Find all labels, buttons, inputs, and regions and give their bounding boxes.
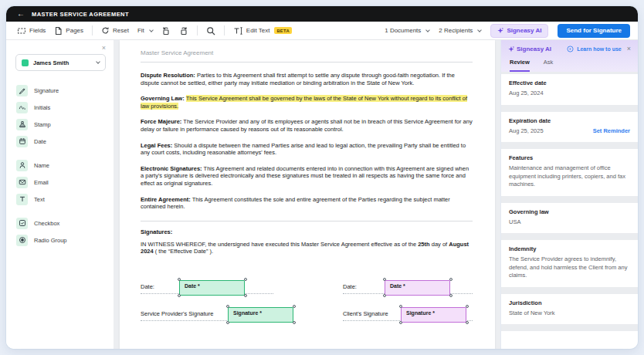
recipient-color-swatch [22,59,29,66]
documents-dropdown[interactable]: 1 Documents [385,27,429,34]
client-date-field[interactable]: Date * [385,280,450,296]
provider-signature-label: Service Provider's Signature [141,310,213,317]
client-signature-field[interactable]: Signature * [401,307,466,323]
witness-paragraph: IN WITNESS WHEREOF, the undersigned have… [141,241,473,255]
resize-handle[interactable] [178,294,181,297]
sparkle-icon [508,46,514,52]
signature-icon [16,85,28,96]
name-icon [16,160,28,171]
set-reminder-link[interactable]: Set Reminder [593,127,630,134]
resize-handle[interactable] [244,294,247,297]
resize-handle[interactable] [293,305,296,308]
paragraph-text: Should a dispute between the named Parti… [141,142,466,157]
fit-dropdown[interactable]: Fit [137,27,153,34]
resize-handle[interactable] [466,321,469,324]
resize-handle[interactable] [399,321,402,324]
rotate-right-icon [179,26,188,36]
paragraph-label: Entire Agreement: [141,196,191,203]
search-button[interactable] [206,26,215,36]
card-expiration-date: Expiration date Aug 25, 2025 Set Reminde… [501,112,638,143]
sidebar-item-text[interactable]: Text [6,191,114,208]
chevron-down-icon [96,59,100,64]
ai-panel-body: Effective date Aug 25, 2024 Expiration d… [501,72,638,349]
paragraph-text: The Service Provider and any of its empl… [141,118,473,133]
document-page: Master Service Agreement Dispute Resolut… [120,40,495,349]
sidebar-item-email[interactable]: Email [6,174,114,191]
resize-handle[interactable] [449,278,452,281]
client-date-row: Date: Date * [343,273,473,294]
recipients-dropdown[interactable]: 2 Recipients [439,27,481,34]
resize-handle[interactable] [383,294,386,297]
ai-panel-close-icon[interactable]: × [627,46,631,52]
card-indemnity: Indemnity The Service Provider agrees to… [501,240,638,287]
resize-handle[interactable] [293,321,296,324]
paragraph-label: Legal Fees: [141,142,172,149]
play-icon [567,46,574,52]
card-effective-date: Effective date Aug 25, 2024 [501,74,638,105]
stamp-icon [16,119,28,130]
date-label: Date: [343,283,357,290]
learn-how-to-use-link[interactable]: Learn how to use [577,46,622,52]
toolbar: Fields Pages Reset Fit [6,22,638,40]
rotate-right-button[interactable] [179,26,188,36]
signeasy-ai-panel: Signeasy AI Learn how to use × Review As… [500,40,638,349]
toolbar-separator [92,25,93,36]
sidebar-item-checkbox[interactable]: Checkbox [6,215,114,232]
divider [141,221,473,221]
pages-button[interactable]: Pages [54,26,83,36]
paragraph-governing-law: Governing Law: This Service Agreement sh… [141,95,473,110]
card-governing-law: Governing law USA [501,203,638,234]
edit-text-button[interactable]: Edit Text BETA [233,26,292,36]
sidebar-item-initials[interactable]: Initials [6,99,114,116]
sidebar-item-signature[interactable]: Signature [6,82,114,99]
sidebar-close-icon[interactable]: × [102,45,106,52]
date-icon [16,136,28,147]
edit-text-icon [233,26,243,36]
tab-ask[interactable]: Ask [544,59,554,72]
document-page-title: Master Service Agreement [141,49,473,56]
send-for-signature-button[interactable]: Send for Signature [558,24,630,38]
provider-signature-field[interactable]: Signature * [228,307,293,323]
chevron-down-icon [149,28,154,32]
back-arrow-icon[interactable]: ← [17,10,25,18]
paragraph-label: Governing Law: [141,95,185,102]
paragraph-legal-fees: Legal Fees: Should a dispute between the… [141,142,473,157]
rotate-left-icon [161,26,171,36]
checkbox-icon [16,218,28,229]
tab-review[interactable]: Review [510,59,530,72]
sidebar-group-gap [6,150,114,157]
signature-fields-area: Date: Date * Service Provider's Signatur… [141,273,473,321]
rotate-left-button[interactable] [161,26,171,36]
sidebar-group-gap [6,208,114,215]
app-window: ← MASTER SERVICE AGREEMENT Fields Pages … [6,6,638,349]
pages-icon [54,26,63,36]
chevron-down-icon [426,28,431,32]
provider-signature-row: Service Provider's Signature Signature * [141,300,273,321]
fields-button[interactable]: Fields [17,26,46,36]
beta-badge: BETA [274,27,292,34]
resize-handle[interactable] [449,294,452,297]
sidebar-item-stamp[interactable]: Stamp [6,116,114,133]
recipient-selector[interactable]: James Smith [15,54,106,71]
card-features: Features Maintenance and management of o… [501,149,638,196]
paragraph-electronic-signatures: Electronic Signatures: This Agreement an… [141,165,473,188]
reset-button[interactable]: Reset [101,26,129,35]
paragraph-force-majeure: Force Majeure: The Service Provider and … [141,118,473,133]
provider-date-row: Date: Date * [141,273,273,294]
signeasy-ai-button[interactable]: Signeasy AI [490,24,548,38]
client-signature-row: Client's Signature Signature * [343,300,473,321]
initials-icon [16,102,28,113]
card-jurisdiction: Jurisdiction State of New York [501,294,638,325]
sparkle-icon [497,28,503,34]
provider-date-field[interactable]: Date * [179,280,245,296]
search-icon [206,26,215,36]
resize-handle[interactable] [466,305,469,308]
toolbar-separator [224,25,225,36]
resize-handle[interactable] [244,278,247,281]
resize-handle[interactable] [226,321,229,324]
fields-sidebar: × James Smith Signature Initials Stamp [6,40,114,349]
sidebar-item-name[interactable]: Name [6,157,114,174]
date-label: Date: [141,283,154,290]
sidebar-item-date[interactable]: Date [6,133,114,150]
sidebar-item-radio-group[interactable]: Radio Group [6,232,114,248]
